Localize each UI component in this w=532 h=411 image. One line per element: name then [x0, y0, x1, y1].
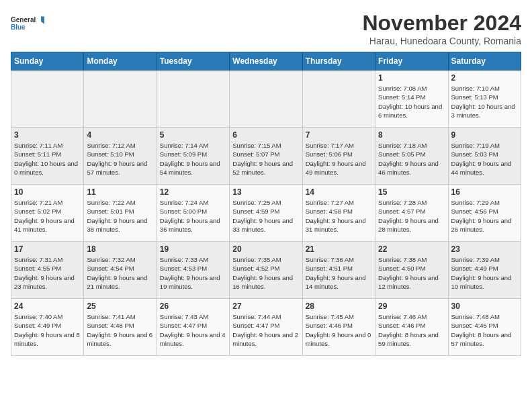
week-row-2: 3Sunrise: 7:11 AM Sunset: 5:11 PM Daylig…: [11, 128, 521, 185]
day-info: Sunrise: 7:25 AM Sunset: 4:59 PM Dayligh…: [232, 198, 299, 234]
calendar-cell: 26Sunrise: 7:43 AM Sunset: 4:47 PM Dayli…: [157, 299, 229, 356]
calendar-cell: [11, 71, 84, 128]
day-info: Sunrise: 7:24 AM Sunset: 5:00 PM Dayligh…: [160, 198, 226, 234]
day-info: Sunrise: 7:45 AM Sunset: 4:46 PM Dayligh…: [306, 312, 372, 348]
day-info: Sunrise: 7:40 AM Sunset: 4:49 PM Dayligh…: [14, 312, 81, 348]
day-info: Sunrise: 7:10 AM Sunset: 5:13 PM Dayligh…: [451, 84, 518, 120]
day-info: Sunrise: 7:32 AM Sunset: 4:54 PM Dayligh…: [87, 255, 153, 291]
calendar-cell: 8Sunrise: 7:18 AM Sunset: 5:05 PM Daylig…: [375, 128, 448, 185]
day-number: 2: [451, 73, 518, 83]
day-number: 9: [451, 130, 518, 140]
calendar-cell: 15Sunrise: 7:28 AM Sunset: 4:57 PM Dayli…: [375, 185, 448, 242]
header-friday: Friday: [375, 52, 448, 71]
day-number: 3: [14, 130, 81, 140]
calendar-cell: 11Sunrise: 7:22 AM Sunset: 5:01 PM Dayli…: [84, 185, 157, 242]
logo-svg: General Blue: [11, 11, 44, 38]
day-number: 15: [378, 187, 445, 197]
calendar-cell: 9Sunrise: 7:19 AM Sunset: 5:03 PM Daylig…: [448, 128, 521, 185]
day-number: 11: [87, 187, 153, 197]
day-number: 20: [232, 244, 299, 254]
day-info: Sunrise: 7:28 AM Sunset: 4:57 PM Dayligh…: [378, 198, 445, 234]
day-info: Sunrise: 7:18 AM Sunset: 5:05 PM Dayligh…: [378, 141, 445, 177]
calendar-cell: 23Sunrise: 7:39 AM Sunset: 4:49 PM Dayli…: [448, 242, 521, 299]
calendar-cell: 29Sunrise: 7:46 AM Sunset: 4:46 PM Dayli…: [375, 299, 448, 356]
calendar-cell: [230, 71, 302, 128]
day-number: 21: [306, 244, 372, 254]
day-info: Sunrise: 7:35 AM Sunset: 4:52 PM Dayligh…: [232, 255, 299, 291]
calendar-cell: 27Sunrise: 7:44 AM Sunset: 4:47 PM Dayli…: [230, 299, 302, 356]
day-info: Sunrise: 7:48 AM Sunset: 4:45 PM Dayligh…: [451, 312, 518, 348]
day-number: 12: [160, 187, 226, 197]
calendar-cell: 24Sunrise: 7:40 AM Sunset: 4:49 PM Dayli…: [11, 299, 84, 356]
calendar-table: SundayMondayTuesdayWednesdayThursdayFrid…: [11, 52, 521, 356]
calendar-cell: 6Sunrise: 7:15 AM Sunset: 5:07 PM Daylig…: [230, 128, 302, 185]
calendar-cell: 18Sunrise: 7:32 AM Sunset: 4:54 PM Dayli…: [84, 242, 157, 299]
day-info: Sunrise: 7:29 AM Sunset: 4:56 PM Dayligh…: [451, 198, 518, 234]
calendar-cell: [84, 71, 157, 128]
day-info: Sunrise: 7:22 AM Sunset: 5:01 PM Dayligh…: [87, 198, 153, 234]
day-info: Sunrise: 7:19 AM Sunset: 5:03 PM Dayligh…: [451, 141, 518, 177]
svg-text:General: General: [11, 16, 36, 24]
calendar-cell: 5Sunrise: 7:14 AM Sunset: 5:09 PM Daylig…: [157, 128, 229, 185]
calendar-cell: 1Sunrise: 7:08 AM Sunset: 5:14 PM Daylig…: [375, 71, 448, 128]
week-row-1: 1Sunrise: 7:08 AM Sunset: 5:14 PM Daylig…: [11, 71, 521, 128]
day-info: Sunrise: 7:38 AM Sunset: 4:50 PM Dayligh…: [378, 255, 445, 291]
day-number: 13: [232, 187, 299, 197]
day-number: 8: [378, 130, 445, 140]
day-info: Sunrise: 7:43 AM Sunset: 4:47 PM Dayligh…: [160, 312, 226, 348]
day-info: Sunrise: 7:12 AM Sunset: 5:10 PM Dayligh…: [87, 141, 153, 177]
day-info: Sunrise: 7:14 AM Sunset: 5:09 PM Dayligh…: [160, 141, 226, 177]
calendar-header-row: SundayMondayTuesdayWednesdayThursdayFrid…: [11, 52, 521, 71]
day-number: 26: [160, 302, 226, 311]
header-saturday: Saturday: [448, 52, 521, 71]
calendar-cell: 7Sunrise: 7:17 AM Sunset: 5:06 PM Daylig…: [302, 128, 375, 185]
calendar-cell: 21Sunrise: 7:36 AM Sunset: 4:51 PM Dayli…: [302, 242, 375, 299]
calendar-cell: 22Sunrise: 7:38 AM Sunset: 4:50 PM Dayli…: [375, 242, 448, 299]
location-subtitle: Harau, Hunedoara County, Romania: [362, 36, 521, 46]
title-block: November 2024 Harau, Hunedoara County, R…: [362, 11, 521, 46]
calendar-cell: 20Sunrise: 7:35 AM Sunset: 4:52 PM Dayli…: [230, 242, 302, 299]
calendar-cell: 2Sunrise: 7:10 AM Sunset: 5:13 PM Daylig…: [448, 71, 521, 128]
day-info: Sunrise: 7:36 AM Sunset: 4:51 PM Dayligh…: [306, 255, 372, 291]
month-title: November 2024: [362, 11, 521, 36]
day-number: 4: [87, 130, 153, 140]
day-number: 19: [160, 244, 226, 254]
day-number: 29: [378, 302, 445, 311]
day-number: 23: [451, 244, 518, 254]
calendar-cell: 16Sunrise: 7:29 AM Sunset: 4:56 PM Dayli…: [448, 185, 521, 242]
day-info: Sunrise: 7:46 AM Sunset: 4:46 PM Dayligh…: [378, 312, 445, 348]
day-info: Sunrise: 7:11 AM Sunset: 5:11 PM Dayligh…: [14, 141, 81, 177]
calendar-cell: 25Sunrise: 7:41 AM Sunset: 4:48 PM Dayli…: [84, 299, 157, 356]
calendar-cell: 4Sunrise: 7:12 AM Sunset: 5:10 PM Daylig…: [84, 128, 157, 185]
svg-text:Blue: Blue: [11, 24, 26, 31]
svg-marker-2: [41, 16, 44, 24]
calendar-cell: 12Sunrise: 7:24 AM Sunset: 5:00 PM Dayli…: [157, 185, 229, 242]
day-number: 10: [14, 187, 81, 197]
day-number: 7: [306, 130, 372, 140]
day-number: 14: [306, 187, 372, 197]
day-number: 5: [160, 130, 226, 140]
calendar-cell: 17Sunrise: 7:31 AM Sunset: 4:55 PM Dayli…: [11, 242, 84, 299]
week-row-3: 10Sunrise: 7:21 AM Sunset: 5:02 PM Dayli…: [11, 185, 521, 242]
day-info: Sunrise: 7:27 AM Sunset: 4:58 PM Dayligh…: [306, 198, 372, 234]
calendar-cell: 14Sunrise: 7:27 AM Sunset: 4:58 PM Dayli…: [302, 185, 375, 242]
page-header: General Blue November 2024 Harau, Hunedo…: [11, 11, 521, 46]
day-number: 27: [232, 302, 299, 311]
day-info: Sunrise: 7:21 AM Sunset: 5:02 PM Dayligh…: [14, 198, 81, 234]
calendar-cell: [157, 71, 229, 128]
day-number: 18: [87, 244, 153, 254]
day-info: Sunrise: 7:08 AM Sunset: 5:14 PM Dayligh…: [378, 84, 445, 120]
calendar-cell: 28Sunrise: 7:45 AM Sunset: 4:46 PM Dayli…: [302, 299, 375, 356]
day-info: Sunrise: 7:33 AM Sunset: 4:53 PM Dayligh…: [160, 255, 226, 291]
header-thursday: Thursday: [302, 52, 375, 71]
day-number: 28: [306, 302, 372, 311]
day-info: Sunrise: 7:17 AM Sunset: 5:06 PM Dayligh…: [306, 141, 372, 177]
calendar-cell: 3Sunrise: 7:11 AM Sunset: 5:11 PM Daylig…: [11, 128, 84, 185]
logo: General Blue: [11, 11, 44, 38]
day-number: 16: [451, 187, 518, 197]
header-sunday: Sunday: [11, 52, 84, 71]
calendar-cell: [302, 71, 375, 128]
day-number: 30: [451, 302, 518, 311]
header-tuesday: Tuesday: [157, 52, 229, 71]
calendar-cell: 10Sunrise: 7:21 AM Sunset: 5:02 PM Dayli…: [11, 185, 84, 242]
